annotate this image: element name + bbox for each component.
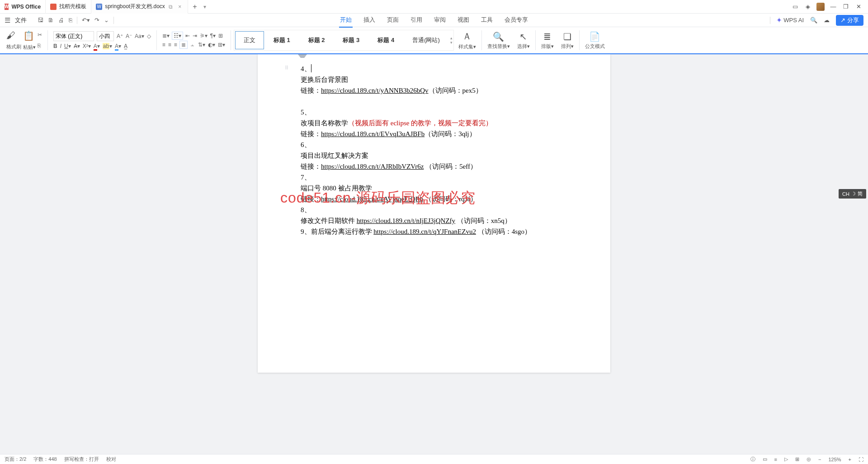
tab-tools[interactable]: 工具 [480, 13, 494, 28]
maximize-icon[interactable]: ❐ [842, 3, 850, 11]
status-words[interactable]: 字数：448 [33, 456, 57, 463]
strikethrough-icon[interactable]: A̶▾ [74, 43, 80, 49]
italic-icon[interactable]: I [60, 43, 61, 49]
status-page[interactable]: 页面：2/2 [5, 456, 26, 463]
find-replace-button[interactable]: 🔍查找替换▾ [485, 27, 513, 53]
close-icon[interactable]: ✕ [854, 3, 863, 11]
tab-close-icon[interactable]: × [177, 4, 183, 10]
doc-url[interactable]: https://cloud.189.cn/t/yANNB3b26bQv [321, 87, 429, 94]
file-menu[interactable]: 文件 [15, 16, 27, 24]
tab-page[interactable]: 页面 [386, 13, 400, 28]
tab-view[interactable]: 视图 [457, 13, 470, 28]
gov-mode-button[interactable]: 📄公文模式 [582, 27, 608, 53]
decrease-indent-icon[interactable]: ⇤ [185, 33, 190, 39]
view-web-icon[interactable]: ⊞ [795, 456, 799, 462]
view-page-icon[interactable]: ▭ [763, 456, 767, 462]
align-left-icon[interactable]: ≡ [162, 42, 165, 48]
tab-start[interactable]: 开始 [339, 13, 353, 28]
status-spellcheck[interactable]: 拼写检查：打开 [64, 456, 99, 463]
tab-add-button[interactable]: + [188, 3, 202, 11]
share-button[interactable]: ↗分享 [836, 15, 863, 26]
search-icon[interactable]: 🔍 [810, 17, 817, 24]
style-body[interactable]: 正文 [235, 31, 264, 49]
sort-button[interactable]: ❏排列▾ [558, 27, 576, 53]
line-spacing-icon[interactable]: ⇅▾ [198, 42, 205, 48]
wps-ai-button[interactable]: ✦WPS AI [777, 17, 804, 24]
para-shading-icon[interactable]: ◐▾ [208, 42, 215, 48]
redo-icon[interactable]: ↷ [94, 17, 99, 24]
show-marks-icon[interactable]: ¶▾ [210, 33, 216, 39]
minimize-icon[interactable]: — [829, 3, 837, 11]
doc-url[interactable]: https://cloud.189.cn/t/nIjEJ3jQNZfy [357, 217, 455, 224]
zoom-out-icon[interactable]: − [818, 457, 821, 462]
status-info-icon[interactable]: ⓘ [750, 456, 755, 463]
view-read-icon[interactable]: ▷ [784, 456, 788, 462]
font-size-select[interactable] [97, 31, 114, 41]
distribute-icon[interactable]: ⫠ [190, 42, 195, 48]
doc-url[interactable]: https://cloud.189.cn/t/EVvqI3uAJBFb [321, 130, 425, 137]
increase-indent-icon[interactable]: ⇥ [193, 33, 197, 39]
font-select[interactable] [53, 31, 94, 41]
doc-url[interactable]: https://cloud.189.cn/t/eAVjqqeErQRb [321, 195, 423, 203]
app-tab[interactable]: W WPS Office [0, 0, 46, 14]
tab-reference[interactable]: 引用 [410, 13, 423, 28]
tab-add-dropdown[interactable]: ▾ [202, 4, 208, 10]
copy-icon[interactable]: ⎘ [38, 43, 42, 49]
doc-url[interactable]: https://cloud.189.cn/t/AJRbIbVZVr6z [321, 163, 424, 170]
change-case-icon[interactable]: Aa▾ [135, 33, 144, 39]
style-scroll-up-icon[interactable]: ▴ [450, 36, 453, 40]
style-normal-site[interactable]: 普通(网站) [404, 31, 448, 49]
bold-icon[interactable]: B [53, 43, 57, 49]
win-panel-icon[interactable]: ▭ [791, 3, 799, 11]
style-h4[interactable]: 标题 4 [369, 31, 403, 49]
print-preview-icon[interactable]: 🗎 [48, 17, 54, 24]
style-scroll-down-icon[interactable]: ▾ [450, 40, 453, 45]
workspace[interactable]: ⠿ 4、 更换后台背景图 链接：https://cloud.189.cn/t/y… [0, 54, 868, 454]
win-cube-icon[interactable]: ◈ [804, 3, 812, 11]
select-button[interactable]: ↖选择▾ [514, 27, 533, 53]
user-avatar[interactable] [816, 3, 825, 11]
export-icon[interactable]: ⎘ [69, 17, 72, 24]
tab-document[interactable]: W springboot开发文档.docx ⧉ × [91, 0, 188, 14]
align-right-icon[interactable]: ≡ [174, 42, 177, 48]
zoom-level[interactable]: 125% [828, 457, 841, 462]
undo-icon[interactable]: ↶▾ [82, 17, 90, 24]
tab-duplicate-icon[interactable]: ⧉ [168, 4, 174, 10]
number-list-icon[interactable]: ☷▾ [172, 32, 183, 39]
superscript-icon[interactable]: X²▾ [83, 43, 91, 49]
font-color-icon[interactable]: A▾ [94, 43, 100, 49]
hamburger-icon[interactable]: ☰ [5, 16, 10, 24]
drag-handle-icon[interactable]: ⠿ [285, 64, 288, 72]
view-focus-icon[interactable]: ◎ [807, 456, 811, 462]
paste-button[interactable]: 📋粘贴▾ [23, 30, 36, 51]
style-set-button[interactable]: Ａ样式集▾ [456, 27, 479, 53]
tab-template[interactable]: 找稻壳模板 [46, 0, 91, 14]
borders-icon[interactable]: ⊞▾ [218, 42, 225, 48]
shading-icon[interactable]: A▾ [115, 43, 121, 49]
clear-format-icon[interactable]: ◇ [147, 33, 151, 39]
style-h1[interactable]: 标题 1 [265, 31, 299, 49]
sort-icon[interactable]: ⚞▾ [200, 33, 208, 39]
align-center-icon[interactable]: ≡ [168, 42, 171, 48]
cut-icon[interactable]: ✂ [38, 32, 42, 38]
cloud-icon[interactable]: ☁ [824, 17, 830, 24]
qat-dropdown-icon[interactable]: ⌄ [104, 17, 109, 24]
style-h2[interactable]: 标题 2 [300, 31, 334, 49]
tab-review[interactable]: 审阅 [433, 13, 447, 28]
char-border-icon[interactable]: A̲ [124, 43, 127, 49]
view-outline-icon[interactable]: ≡ [774, 457, 777, 462]
arrange-button[interactable]: ≣排版▾ [538, 27, 557, 53]
document-page[interactable]: ⠿ 4、 更换后台背景图 链接：https://cloud.189.cn/t/y… [258, 54, 610, 373]
decrease-font-icon[interactable]: A⁻ [126, 33, 132, 39]
ime-indicator[interactable]: CH ☽ 简 [839, 189, 866, 199]
tab-vip[interactable]: 会员专享 [504, 13, 529, 28]
format-painter-button[interactable]: 🖌格式刷 [6, 30, 21, 50]
status-proof[interactable]: 校对 [106, 456, 116, 463]
save-icon[interactable]: 🖫 [38, 17, 43, 24]
highlight-icon[interactable]: ab▾ [103, 43, 112, 49]
underline-icon[interactable]: U▾ [64, 43, 71, 49]
doc-url[interactable]: https://cloud.189.cn/t/qYJFnanEZvu2 [373, 228, 476, 235]
guides-icon[interactable]: ⊞ [218, 33, 223, 39]
align-justify-icon[interactable]: ≣ [180, 41, 187, 48]
tab-insert[interactable]: 插入 [363, 13, 376, 28]
